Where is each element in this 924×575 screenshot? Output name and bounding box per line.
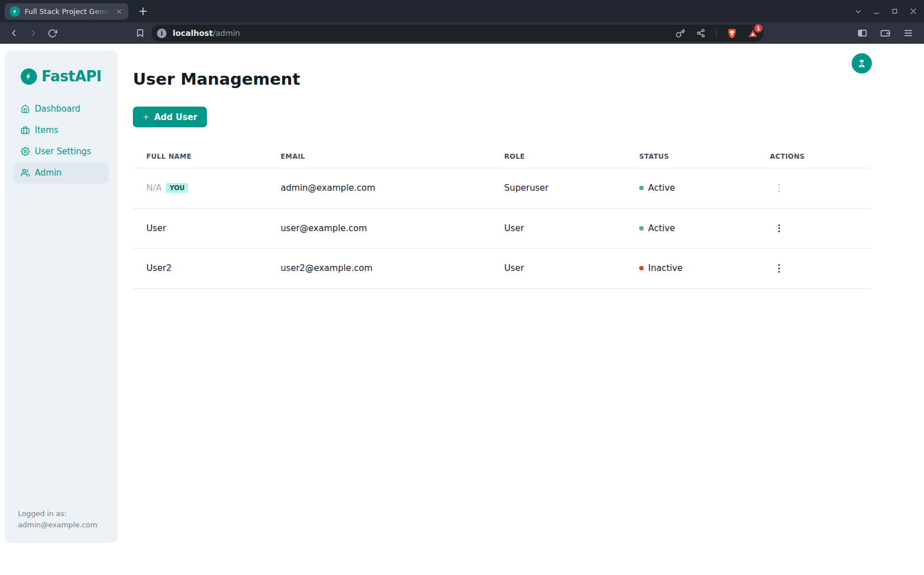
logo-text: FastAPI [41,68,101,85]
status-dot-inactive [639,266,644,270]
user-status: Inactive [648,263,683,273]
fastapi-bolt-icon [21,68,37,85]
user-role: Superuser [491,168,626,209]
fastapi-logo: FastAPI [21,68,101,85]
row-actions-menu-icon[interactable] [775,222,783,235]
window-maximize-button[interactable] [891,7,899,15]
page-content: FastAPI Dashboard Items User Settings [0,44,924,575]
browser-window: Full Stack Project Genera + [0,0,924,575]
table-row: User user@example.com User Active [133,208,871,249]
col-header-role: ROLE [491,145,626,168]
row-actions-menu-icon [775,182,783,195]
forward-icon[interactable] [25,25,41,42]
browser-toolbar: i localhost/admin 1 [0,22,924,44]
sidebar-panel-icon[interactable] [856,26,869,40]
you-badge: YOU [166,183,188,193]
table-row: N/AYOU admin@example.com Superuser Activ… [133,168,871,209]
sidebar-item-label: Items [35,125,58,135]
browser-tab[interactable]: Full Stack Project Genera [4,3,128,20]
main-panel: User Management Add User FULL NAME EMAIL… [133,44,871,289]
user-email: admin@example.com [267,168,491,209]
site-info-icon[interactable]: i [157,29,167,38]
sidebar-item-admin[interactable]: Admin [13,162,109,183]
status-dot-active [639,186,644,190]
sidebar-item-label: Dashboard [35,104,80,114]
col-header-email: EMAIL [267,145,491,168]
user-status: Active [648,223,675,233]
user-role: User [491,249,626,289]
password-key-icon[interactable] [674,27,686,39]
toolbar-divider [716,29,717,38]
sidebar-item-dashboard[interactable]: Dashboard [13,98,109,119]
user-full-name: N/A [146,183,161,193]
table-header-row: FULL NAME EMAIL ROLE STATUS ACTIONS [133,145,871,168]
logged-in-info: Logged in as: admin@example.com [18,508,109,531]
user-astronaut-icon [857,58,867,68]
table-row: User2 user2@example.com User Inactive [133,249,871,289]
plus-icon [142,113,150,121]
new-tab-button[interactable]: + [136,4,150,19]
bookmark-icon[interactable] [133,26,147,40]
tab-strip: Full Stack Project Genera + [0,0,924,22]
user-email: user@example.com [267,208,491,249]
sidebar-nav: Dashboard Items User Settings Admin [13,98,109,183]
sidebar-item-items[interactable]: Items [13,119,109,141]
page-title: User Management [133,69,871,89]
home-icon [21,104,30,113]
sidebar-item-label: Admin [35,168,62,178]
add-user-button[interactable]: Add User [133,107,207,127]
user-role: User [491,208,626,249]
user-full-name: User2 [133,249,267,289]
sidebar: FastAPI Dashboard Items User Settings [4,50,118,543]
briefcase-icon [21,126,30,135]
brave-rewards-wrap: 1 [747,27,758,39]
sidebar-item-user-settings[interactable]: User Settings [13,141,109,162]
share-icon[interactable] [695,27,706,39]
tab-search-chevron-icon[interactable] [854,7,862,15]
users-table: FULL NAME EMAIL ROLE STATUS ACTIONS N/AY… [133,145,871,289]
rewards-badge: 1 [754,24,763,33]
logged-in-label: Logged in as: [18,508,109,519]
user-email: user2@example.com [267,249,491,289]
user-status: Active [648,183,675,193]
window-close-button[interactable] [909,7,917,15]
wallet-icon[interactable] [879,26,892,40]
logged-in-email: admin@example.com [18,519,109,531]
col-header-status: STATUS [626,145,756,168]
back-icon[interactable] [6,25,22,42]
tab-close-icon[interactable] [114,7,123,16]
users-icon [21,168,30,177]
url-path: /admin [213,29,241,38]
row-actions-menu-icon[interactable] [775,262,783,275]
col-header-actions: ACTIONS [756,145,871,168]
sidebar-item-label: User Settings [35,146,91,157]
menu-hamburger-icon[interactable] [902,26,915,40]
brave-shield-icon[interactable] [726,27,737,39]
user-full-name: User [133,208,267,249]
url-text: localhost/admin [173,29,240,38]
add-user-label: Add User [154,112,197,122]
window-minimize-button[interactable] [872,7,880,15]
url-host: localhost [173,29,213,38]
col-header-full-name: FULL NAME [133,145,267,168]
fastapi-favicon-icon [10,6,20,17]
user-avatar-button[interactable] [852,53,872,73]
gear-icon [21,147,30,156]
status-dot-active [639,226,644,231]
address-bar[interactable]: i localhost/admin 1 [151,25,764,42]
tab-title: Full Stack Project Genera [25,7,110,16]
reload-icon[interactable] [44,25,61,42]
